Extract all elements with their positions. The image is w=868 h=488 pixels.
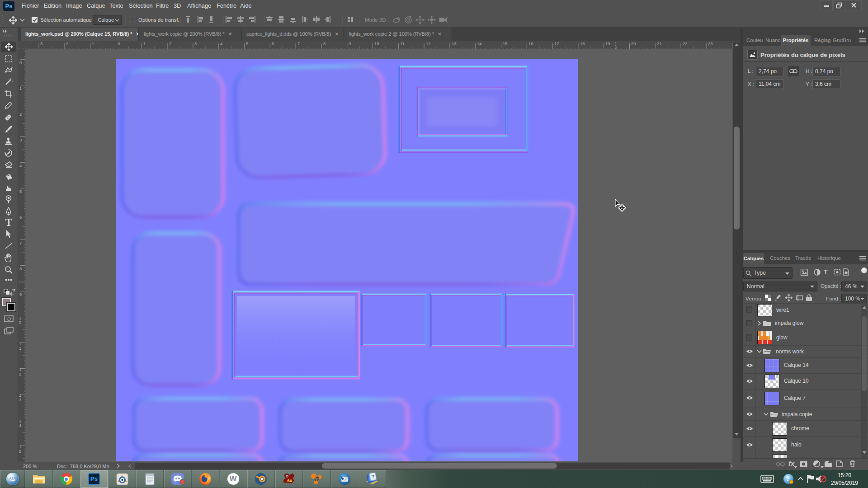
svg-text:13: 13 [452, 41, 457, 46]
svg-text:8: 8 [19, 266, 22, 271]
svg-text:9: 9 [19, 292, 22, 297]
svg-text:0: 0 [118, 41, 120, 46]
svg-text:18: 18 [580, 41, 585, 46]
svg-text:16: 16 [528, 41, 533, 46]
svg-text:7: 7 [19, 240, 22, 245]
svg-text:1: 1 [92, 41, 94, 46]
svg-text:4: 4 [220, 41, 222, 46]
svg-text:2: 2 [19, 112, 22, 117]
svg-text:3: 3 [194, 41, 197, 46]
svg-text:0: 0 [19, 60, 22, 65]
svg-text:0: 0 [19, 320, 21, 325]
svg-text:4: 4 [19, 423, 21, 428]
svg-text:2: 2 [66, 41, 68, 46]
svg-text:11: 11 [400, 41, 405, 46]
svg-text:4: 4 [19, 163, 22, 168]
svg-text:23: 23 [708, 41, 713, 46]
svg-text:6: 6 [19, 215, 22, 220]
svg-text:3: 3 [19, 137, 22, 142]
svg-text:21: 21 [657, 41, 662, 46]
svg-text:1: 1 [143, 41, 146, 46]
svg-text:3: 3 [40, 41, 42, 46]
svg-text:20: 20 [631, 41, 636, 46]
svg-text:5: 5 [19, 449, 21, 454]
svg-text:6: 6 [272, 41, 274, 46]
svg-text:17: 17 [554, 41, 559, 46]
svg-text:10: 10 [374, 41, 379, 46]
svg-text:12: 12 [426, 41, 431, 46]
svg-text:1: 1 [19, 86, 22, 91]
svg-text:5: 5 [246, 41, 248, 46]
svg-text:15: 15 [503, 41, 508, 46]
svg-text:3: 3 [19, 397, 21, 402]
svg-text:19: 19 [605, 41, 610, 46]
svg-text:5: 5 [19, 189, 22, 194]
svg-text:2: 2 [19, 371, 21, 376]
svg-text:22: 22 [683, 41, 688, 46]
svg-text:14: 14 [477, 41, 482, 46]
svg-text:9: 9 [349, 41, 351, 46]
svg-text:2: 2 [169, 41, 171, 46]
svg-text:1: 1 [19, 346, 21, 351]
svg-text:7: 7 [297, 41, 300, 46]
svg-text:8: 8 [323, 41, 326, 46]
